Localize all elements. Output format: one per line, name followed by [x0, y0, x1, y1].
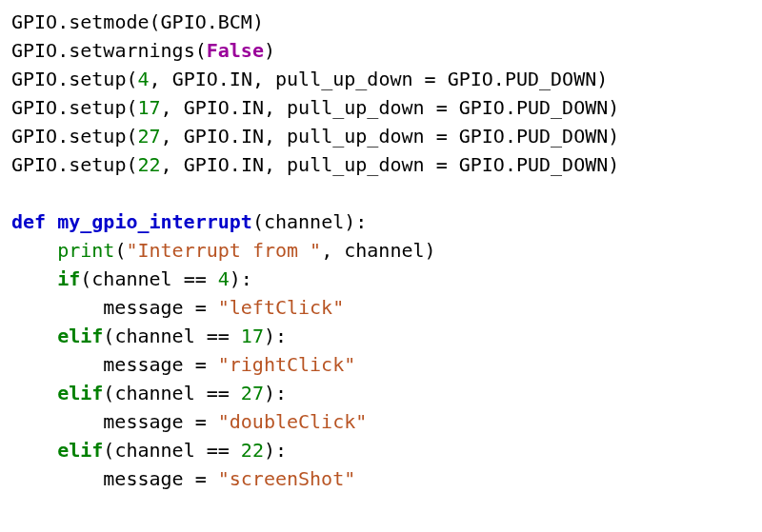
punct: ): [264, 382, 287, 404]
punct: ) [608, 96, 619, 119]
punct: ( [150, 10, 161, 33]
number: 27 [137, 125, 160, 148]
punct: ( [103, 325, 114, 347]
identifier: channel [91, 267, 183, 290]
punct: . [57, 125, 69, 148]
punct: . [57, 68, 69, 90]
identifier: GPIO [436, 68, 493, 90]
punct: ( [126, 125, 137, 148]
identifier: message [103, 467, 194, 490]
punct: , [264, 153, 287, 176]
identifier: channel [114, 382, 206, 404]
code-line: elif(channel == 22): [11, 439, 287, 462]
keyword-elif: elif [57, 439, 103, 462]
punct: ( [103, 439, 114, 462]
identifier: GPIO [11, 96, 57, 119]
space [207, 353, 218, 376]
identifier: message [103, 296, 194, 319]
code-line: GPIO.setup(17, GPIO.IN, pull_up_down = G… [11, 96, 619, 119]
string: "doubleClick" [218, 410, 368, 433]
identifier: setup [69, 96, 126, 119]
space [207, 267, 218, 290]
space [207, 467, 218, 490]
punct: ): [344, 210, 367, 233]
identifier: pull_up_down [287, 96, 436, 119]
operator: == [184, 267, 207, 290]
identifier: GPIO [161, 10, 207, 33]
identifier: pull_up_down [287, 125, 436, 148]
punct: , [264, 125, 287, 148]
number: 17 [241, 325, 264, 347]
code-line: elif(channel == 27): [11, 382, 287, 404]
identifier: GPIO [448, 125, 505, 148]
punct: ) [608, 125, 619, 148]
code-line: GPIO.setup(27, GPIO.IN, pull_up_down = G… [11, 125, 619, 148]
identifier: channel [114, 439, 206, 462]
identifier: BCM [218, 10, 252, 33]
code-line: GPIO.setup(22, GPIO.IN, pull_up_down = G… [11, 153, 619, 176]
space [230, 439, 241, 462]
indent [11, 467, 103, 490]
identifier: pull_up_down [287, 153, 436, 176]
builtin-print: print [57, 239, 114, 262]
keyword-if: if [57, 267, 80, 290]
punct: ( [195, 39, 207, 62]
operator: == [207, 325, 230, 347]
punct: . [230, 125, 241, 148]
punct: ( [103, 382, 114, 404]
identifier: PUD_DOWN [505, 68, 596, 90]
punct: . [505, 153, 516, 176]
identifier: message [103, 353, 194, 376]
punct: ) [252, 10, 264, 33]
indent [11, 325, 57, 347]
number: 22 [137, 153, 160, 176]
punct: . [57, 10, 69, 33]
identifier: IN [241, 96, 264, 119]
param: channel [264, 210, 344, 233]
punct: , [161, 153, 184, 176]
string: "leftClick" [218, 296, 344, 319]
identifier: PUD_DOWN [516, 153, 608, 176]
indent [11, 353, 103, 376]
punct: , [321, 239, 344, 262]
code-line: elif(channel == 17): [11, 325, 287, 347]
number: 27 [241, 382, 264, 404]
space [230, 382, 241, 404]
indent [11, 382, 57, 404]
identifier: IN [230, 68, 252, 90]
identifier: setup [69, 125, 126, 148]
operator: = [436, 125, 448, 148]
operator: = [195, 467, 207, 490]
punct: . [493, 68, 505, 90]
punct: . [505, 125, 516, 148]
keyword-elif: elif [57, 325, 103, 347]
punct: ( [126, 96, 137, 119]
identifier: message [103, 410, 194, 433]
punct: , [161, 96, 184, 119]
operator: = [195, 410, 207, 433]
code-line: print("Interrupt from ", channel) [11, 239, 436, 262]
punct: . [207, 10, 218, 33]
code-line: if(channel == 4): [11, 267, 252, 290]
punct: . [57, 153, 69, 176]
indent [11, 410, 103, 433]
punct: ): [230, 267, 252, 290]
punct: ( [114, 239, 126, 262]
identifier: PUD_DOWN [516, 96, 608, 119]
operator: = [195, 296, 207, 319]
indent [11, 267, 57, 290]
space [207, 296, 218, 319]
number: 4 [218, 267, 230, 290]
identifier: GPIO [11, 10, 57, 33]
code-line: GPIO.setup(4, GPIO.IN, pull_up_down = GP… [11, 68, 608, 90]
keyword-def: def [11, 210, 46, 233]
punct: ( [80, 267, 91, 290]
code-line: message = "rightClick" [11, 353, 355, 376]
indent [11, 239, 57, 262]
string: "screenShot" [218, 467, 356, 490]
number: 22 [241, 439, 264, 462]
identifier: GPIO [11, 125, 57, 148]
punct: , [252, 68, 275, 90]
identifier: setup [69, 153, 126, 176]
identifier: GPIO [448, 153, 505, 176]
